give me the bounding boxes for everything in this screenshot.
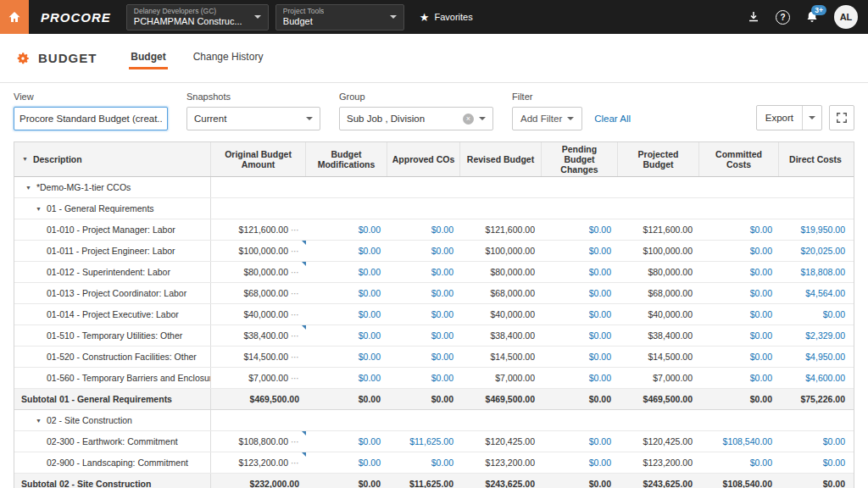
downloads-icon[interactable] <box>747 10 760 24</box>
cell-budget-modifications[interactable]: $0.00 <box>306 304 387 324</box>
group-collapse-chevron-icon[interactable]: ▼ <box>36 206 42 212</box>
cell-menu-icon[interactable]: ⋯ <box>291 268 299 277</box>
column-header-approved-cos[interactable]: Approved COs <box>387 142 460 176</box>
cell-approved-cos[interactable]: $0.00 <box>387 368 460 388</box>
cell-menu-icon[interactable]: ⋯ <box>291 310 299 319</box>
cell-value: $0.00 <box>431 458 453 468</box>
view-input[interactable] <box>14 107 168 130</box>
column-header-projected-budget[interactable]: Projected Budget <box>618 142 699 176</box>
cell-committed-costs[interactable]: $0.00 <box>699 347 779 367</box>
tab-change-history[interactable]: Change History <box>192 47 265 69</box>
cell-committed-costs[interactable]: $0.00 <box>699 368 779 388</box>
cell-direct-costs[interactable]: $19,950.00 <box>779 219 852 240</box>
project-tool-picker[interactable]: Project Tools Budget <box>275 4 404 30</box>
cell-pending-budget-changes[interactable]: $0.00 <box>542 262 618 282</box>
collapse-all-chevron-icon[interactable]: ▼ <box>22 156 28 163</box>
cell-direct-costs[interactable]: $18,808.00 <box>779 262 852 282</box>
column-header-budget-modifications[interactable]: Budget Modifications <box>306 142 387 176</box>
cell-direct-costs[interactable]: $4,600.00 <box>779 368 852 388</box>
row-description[interactable]: ▼01 - General Requirements <box>14 198 211 219</box>
group-select[interactable]: Sub Job , Division × <box>339 107 493 130</box>
cell-approved-cos[interactable]: $0.00 <box>387 283 460 303</box>
cell-pending-budget-changes[interactable]: $0.00 <box>542 304 618 324</box>
cell-budget-modifications[interactable]: $0.00 <box>306 347 387 367</box>
cell-menu-icon[interactable]: ⋯ <box>291 374 299 383</box>
cell-committed-costs[interactable]: $108,540.00 <box>699 431 779 452</box>
cell-menu-icon[interactable]: ⋯ <box>291 289 299 298</box>
cell-budget-modifications[interactable]: $0.00 <box>306 368 387 388</box>
cell-approved-cos[interactable]: $0.00 <box>387 219 460 240</box>
cell-direct-costs[interactable]: $4,950.00 <box>779 347 852 367</box>
cell-pending-budget-changes[interactable]: $0.00 <box>542 325 618 346</box>
row-description[interactable]: ▼02 - Site Construction <box>14 410 211 430</box>
cell-committed-costs[interactable]: $0.00 <box>699 219 779 240</box>
column-header-description[interactable]: ▼Description <box>14 142 211 176</box>
cell-direct-costs[interactable]: $0.00 <box>779 304 852 324</box>
cell-approved-cos[interactable]: $0.00 <box>387 347 460 367</box>
cell-approved-cos[interactable]: $0.00 <box>387 262 460 282</box>
row-description[interactable]: ▼*Demo-MG-1-tier CCOs <box>14 177 211 197</box>
cell-direct-costs[interactable]: $0.00 <box>779 431 852 452</box>
cell-pending-budget-changes[interactable]: $0.00 <box>542 283 618 303</box>
cell-menu-icon[interactable]: ⋯ <box>291 247 299 256</box>
cell-approved-cos[interactable]: $0.00 <box>387 325 460 346</box>
cell-budget-modifications[interactable]: $0.00 <box>306 241 387 261</box>
cell-pending-budget-changes[interactable]: $0.00 <box>542 347 618 367</box>
column-header-pending-budget-changes[interactable]: Pending Budget Changes <box>542 142 618 176</box>
cell-committed-costs[interactable]: $0.00 <box>699 262 779 282</box>
snapshots-select[interactable]: Current <box>186 107 320 130</box>
cell-projected-budget: $100,000.00 <box>618 241 699 261</box>
cell-pending-budget-changes[interactable]: $0.00 <box>542 219 618 240</box>
help-button[interactable]: ? <box>776 10 790 25</box>
cell-approved-cos[interactable]: $0.00 <box>387 304 460 324</box>
tab-budget[interactable]: Budget <box>129 47 167 69</box>
cell-pending-budget-changes[interactable]: $0.00 <box>542 241 618 261</box>
cell-budget-modifications[interactable]: $0.00 <box>306 431 387 452</box>
cell-menu-icon[interactable]: ⋯ <box>291 437 299 446</box>
group-collapse-chevron-icon[interactable]: ▼ <box>25 185 31 191</box>
group-collapse-chevron-icon[interactable]: ▼ <box>36 418 42 424</box>
column-header-committed-costs[interactable]: Committed Costs <box>699 142 779 176</box>
row-description: 01-013 - Project Coordinator: Labor <box>14 283 211 303</box>
company-picker[interactable]: Delaney Developers (GC) PCHAMPMAN Constr… <box>126 4 269 30</box>
clear-group-icon[interactable]: × <box>463 114 474 125</box>
cell-budget-modifications[interactable]: $0.00 <box>306 325 387 346</box>
cell-direct-costs[interactable]: $20,025.00 <box>779 241 852 261</box>
cell-committed-costs[interactable]: $0.00 <box>699 304 779 324</box>
cell-menu-icon[interactable]: ⋯ <box>291 225 299 235</box>
notifications-button[interactable]: 3+ <box>805 10 819 24</box>
cell-pending-budget-changes[interactable]: $0.00 <box>542 431 618 452</box>
cell-committed-costs[interactable]: $0.00 <box>699 452 779 473</box>
view-label: View <box>14 92 168 102</box>
add-filter-button[interactable]: Add Filter <box>512 107 582 130</box>
column-header-direct-costs[interactable]: Direct Costs <box>779 142 852 176</box>
clear-all-link[interactable]: Clear All <box>594 114 631 124</box>
cell-menu-icon[interactable]: ⋯ <box>291 352 299 362</box>
cell-direct-costs[interactable]: $2,329.00 <box>779 325 852 346</box>
cell-direct-costs[interactable]: $4,564.00 <box>779 283 852 303</box>
cell-menu-icon[interactable]: ⋯ <box>291 458 299 468</box>
cell-approved-cos[interactable]: $11,625.00 <box>387 431 460 452</box>
cell-budget-modifications[interactable]: $0.00 <box>306 452 387 473</box>
cell-budget-modifications[interactable]: $0.00 <box>306 219 387 240</box>
cell-committed-costs[interactable]: $0.00 <box>699 325 779 346</box>
cell-budget-modifications[interactable]: $0.00 <box>306 262 387 282</box>
cell-pending-budget-changes[interactable]: $0.00 <box>542 368 618 388</box>
cell-committed-costs[interactable]: $0.00 <box>699 241 779 261</box>
favorites-button[interactable]: ★ Favorites <box>420 11 473 24</box>
cell-approved-cos[interactable]: $0.00 <box>387 241 460 261</box>
cell-pending-budget-changes[interactable]: $0.00 <box>542 452 618 473</box>
export-caret-button[interactable] <box>803 116 821 119</box>
export-button[interactable]: Export <box>756 105 822 130</box>
column-header-original-budget-amount[interactable]: Original Budget Amount <box>211 142 306 176</box>
cell-committed-costs[interactable]: $0.00 <box>699 283 779 303</box>
cell-budget-modifications[interactable]: $0.00 <box>306 283 387 303</box>
cell-direct-costs[interactable]: $0.00 <box>779 452 852 473</box>
fullscreen-button[interactable] <box>829 105 854 130</box>
row-description: 01-014 - Project Executive: Labor <box>14 304 211 324</box>
column-header-revised-budget[interactable]: Revised Budget <box>460 142 542 176</box>
cell-menu-icon[interactable]: ⋯ <box>291 331 299 341</box>
cell-approved-cos[interactable]: $0.00 <box>387 452 460 473</box>
home-button[interactable] <box>0 0 29 34</box>
avatar[interactable]: AL <box>834 5 858 29</box>
